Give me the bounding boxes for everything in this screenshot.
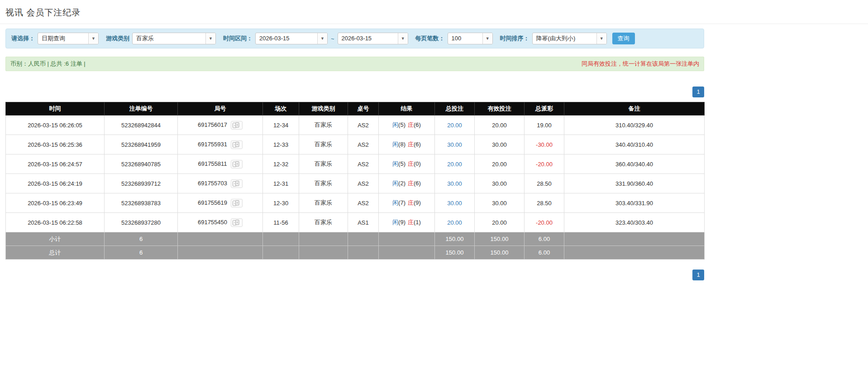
total-bet-cell: 30.00 [435,174,475,193]
filter-panel: 请选择： 日期查询 ▼ 游戏类别 百家乐 ▼ 时间区间： 2026-03-15 … [5,29,704,48]
bet-number: 523268942844 [105,116,178,135]
game-type: 百家乐 [299,135,348,154]
result-banker-score: (0) [414,160,421,167]
column-header: 总投注 [435,102,475,116]
summary-empty-cell [379,232,435,246]
result-player-score: (5) [398,160,405,167]
search-button[interactable]: 查询 [612,33,635,44]
total-bet-link[interactable]: 20.00 [447,122,462,129]
page-size-value: 100 [448,33,482,44]
total-bet-link[interactable]: 30.00 [447,141,462,148]
result-player-score: (7) [398,199,405,206]
chevron-down-icon[interactable]: ▼ [88,33,98,44]
table-number: AS2 [348,135,379,154]
payout-value: -30.00 [525,135,564,154]
page-button-1[interactable]: 1 [692,270,704,280]
result-banker-score: (6) [414,141,421,148]
result-player-score: (8) [398,141,405,148]
total-bet-link[interactable]: 30.00 [447,180,462,187]
bet-time: 2026-03-15 06:26:05 [6,116,105,135]
table-number: AS1 [348,213,379,232]
currency-total-info: 币别：人民币 | 总共 :6 注单 | [10,60,86,68]
summary-valid-bet: 150.00 [475,232,525,246]
total-bet-cell: 30.00 [435,193,475,213]
result-banker-score: (1) [414,219,421,226]
date-from-value: 2026-03-15 [256,33,317,44]
session-number: 12-34 [263,116,299,135]
view-cards-icon[interactable] [231,121,243,130]
summary-empty-cell [178,232,263,246]
column-header: 注单编号 [105,102,178,116]
result-banker-score: (6) [414,121,421,128]
session-number: 12-30 [263,193,299,213]
payout-value: 28.50 [525,193,564,213]
round-number: 691755619 [198,199,227,206]
time-sort-select[interactable]: 降幂(由大到小) ▼ [532,33,607,44]
table-number: AS2 [348,193,379,213]
time-sort-value: 降幂(由大到小) [533,33,596,44]
game-type: 百家乐 [299,193,348,213]
result-banker-label: 庄 [408,180,414,187]
result-player-score: (9) [398,219,405,226]
summary-bar: 币别：人民币 | 总共 :6 注单 | 同局有效投注，统一计算在该局第一张注单内 [5,57,704,71]
date-to-value: 2026-03-15 [338,33,398,44]
column-header: 局号 [178,102,263,116]
page-button-1[interactable]: 1 [692,87,704,97]
total-bet-cell: 20.00 [435,213,475,232]
summary-total-bet: 150.00 [435,246,475,260]
table-row: 2026-03-15 06:24:19 523268939712 6917557… [6,174,705,193]
game-type-label: 游戏类别 [106,34,129,43]
round-cell: 691755619 [178,193,263,213]
game-type: 百家乐 [299,213,348,232]
payout-value: 28.50 [525,174,564,193]
view-cards-icon[interactable] [231,140,243,149]
summary-payout: 6.00 [525,232,564,246]
table-row: 2026-03-15 06:26:05 523268942844 6917560… [6,116,705,135]
chevron-down-icon[interactable]: ▼ [205,33,215,44]
game-type-select[interactable]: 百家乐 ▼ [132,33,216,44]
column-header: 有效投注 [475,102,525,116]
view-cards-icon[interactable] [231,218,243,227]
view-cards-icon[interactable] [231,160,243,169]
valid-bet: 20.00 [475,154,525,174]
chevron-down-icon[interactable]: ▼ [596,33,606,44]
summary-total-bet: 150.00 [435,232,475,246]
total-bet-cell: 20.00 [435,116,475,135]
column-header: 桌号 [348,102,379,116]
round-number: 691755931 [198,140,227,147]
payout-value: -20.00 [525,213,564,232]
page-size-select[interactable]: 100 ▼ [448,33,493,44]
total-bet-link[interactable]: 20.00 [447,219,462,226]
chevron-down-icon[interactable]: ▼ [317,33,327,44]
note: 340.40/310.40 [564,135,705,154]
records-table: 时间注单编号局号场次游戏类别桌号结果总投注有效投注总派彩备注 2026-03-1… [5,102,705,260]
page-header: 视讯 会员下注纪录 [0,0,868,24]
round-cell: 691756017 [178,116,263,135]
view-cards-icon[interactable] [231,199,243,207]
total-bet-link[interactable]: 30.00 [447,200,462,207]
note: 360.40/340.40 [564,154,705,174]
chevron-down-icon[interactable]: ▼ [482,33,492,44]
summary-empty-cell [564,232,705,246]
result-cell: 闲(2)庄(6) [379,174,435,193]
summary-empty-cell [263,232,299,246]
column-header: 时间 [6,102,105,116]
column-header: 结果 [379,102,435,116]
total-bet-cell: 30.00 [435,135,475,154]
session-number: 12-31 [263,174,299,193]
table-row: 2026-03-15 06:24:57 523268940785 6917558… [6,154,705,174]
total-bet-link[interactable]: 20.00 [447,161,462,168]
date-to-picker[interactable]: 2026-03-15 ▼ [338,33,408,44]
bet-time: 2026-03-15 06:25:36 [6,135,105,154]
date-from-picker[interactable]: 2026-03-15 ▼ [255,33,328,44]
result-cell: 闲(9)庄(1) [379,213,435,232]
result-player-score: (2) [398,180,405,187]
session-number: 12-33 [263,135,299,154]
summary-empty-cell [299,246,348,260]
game-type: 百家乐 [299,154,348,174]
result-banker-label: 庄 [408,219,414,226]
chevron-down-icon[interactable]: ▼ [398,33,408,44]
valid-bet: 20.00 [475,213,525,232]
view-cards-icon[interactable] [231,179,243,188]
query-type-select[interactable]: 日期查询 ▼ [38,33,99,44]
